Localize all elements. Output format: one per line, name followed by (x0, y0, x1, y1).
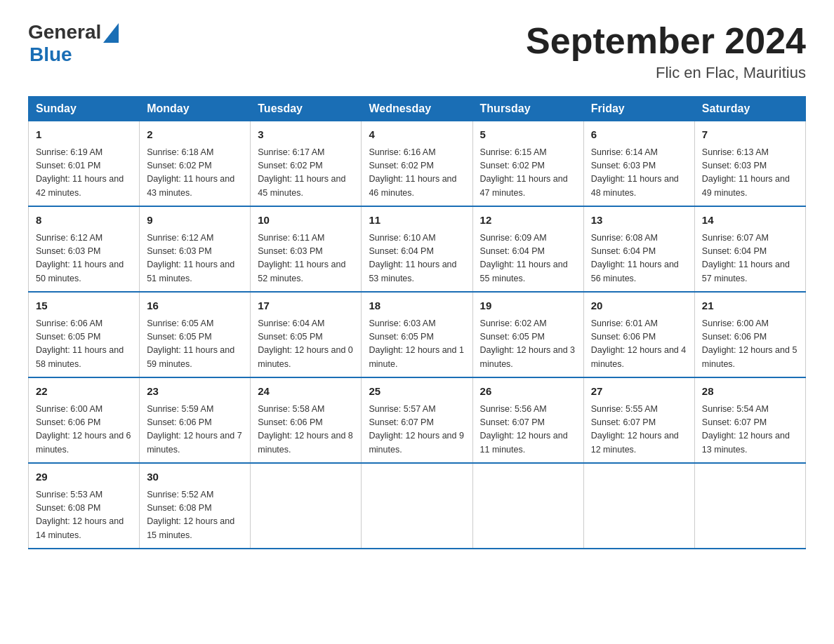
day-number: 22 (36, 384, 132, 400)
day-number: 8 (36, 213, 132, 229)
logo: General Blue (28, 21, 119, 66)
day-cell: 6Sunrise: 6:14 AMSunset: 6:03 PMDaylight… (583, 121, 694, 207)
day-info: Sunrise: 6:13 AMSunset: 6:03 PMDaylight:… (702, 146, 798, 201)
day-cell: 1Sunrise: 6:19 AMSunset: 6:01 PMDaylight… (29, 121, 140, 207)
header-cell-thursday: Thursday (472, 97, 583, 121)
month-title: September 2024 (526, 21, 806, 61)
day-info: Sunrise: 6:12 AMSunset: 6:03 PMDaylight:… (36, 232, 132, 286)
day-info: Sunrise: 6:15 AMSunset: 6:02 PMDaylight:… (480, 146, 576, 201)
day-cell: 11Sunrise: 6:10 AMSunset: 6:04 PMDayligh… (362, 206, 472, 292)
day-cell: 2Sunrise: 6:18 AMSunset: 6:02 PMDaylight… (140, 121, 251, 207)
day-number: 4 (369, 127, 465, 143)
day-number: 26 (480, 384, 576, 400)
day-info: Sunrise: 6:18 AMSunset: 6:02 PMDaylight:… (147, 146, 243, 201)
day-cell: 20Sunrise: 6:01 AMSunset: 6:06 PMDayligh… (583, 292, 694, 377)
day-number: 3 (258, 127, 354, 143)
day-info: Sunrise: 6:12 AMSunset: 6:03 PMDaylight:… (147, 232, 243, 286)
svg-marker-0 (103, 23, 119, 43)
day-info: Sunrise: 5:54 AMSunset: 6:07 PMDaylight:… (702, 403, 798, 457)
day-number: 6 (591, 127, 687, 143)
day-number: 17 (258, 298, 354, 314)
day-cell: 3Sunrise: 6:17 AMSunset: 6:02 PMDaylight… (251, 121, 362, 207)
week-row-2: 8Sunrise: 6:12 AMSunset: 6:03 PMDaylight… (29, 206, 806, 292)
header-cell-monday: Monday (140, 97, 251, 121)
day-number: 18 (369, 298, 465, 314)
day-cell: 21Sunrise: 6:00 AMSunset: 6:06 PMDayligh… (694, 292, 805, 377)
day-cell: 4Sunrise: 6:16 AMSunset: 6:02 PMDaylight… (362, 121, 472, 207)
day-cell: 13Sunrise: 6:08 AMSunset: 6:04 PMDayligh… (583, 206, 694, 292)
day-number: 19 (480, 298, 576, 314)
day-number: 24 (258, 384, 354, 400)
day-info: Sunrise: 6:19 AMSunset: 6:01 PMDaylight:… (36, 146, 132, 201)
day-cell (694, 463, 805, 549)
header-cell-wednesday: Wednesday (362, 97, 472, 121)
header-row: SundayMondayTuesdayWednesdayThursdayFrid… (29, 97, 806, 121)
calendar-table: SundayMondayTuesdayWednesdayThursdayFrid… (28, 96, 806, 549)
day-number: 27 (591, 384, 687, 400)
day-number: 10 (258, 213, 354, 229)
day-info: Sunrise: 6:10 AMSunset: 6:04 PMDaylight:… (369, 232, 465, 286)
day-cell (583, 463, 694, 549)
day-cell: 26Sunrise: 5:56 AMSunset: 6:07 PMDayligh… (472, 377, 583, 463)
calendar-header: SundayMondayTuesdayWednesdayThursdayFrid… (29, 97, 806, 121)
day-cell: 8Sunrise: 6:12 AMSunset: 6:03 PMDaylight… (29, 206, 140, 292)
day-number: 7 (702, 127, 798, 143)
day-info: Sunrise: 5:58 AMSunset: 6:06 PMDaylight:… (258, 403, 354, 457)
logo-triangle-icon (103, 23, 119, 43)
day-cell (251, 463, 362, 549)
day-cell: 23Sunrise: 5:59 AMSunset: 6:06 PMDayligh… (140, 377, 251, 463)
page-header: General Blue September 2024 Flic en Flac… (28, 21, 806, 82)
day-info: Sunrise: 6:00 AMSunset: 6:06 PMDaylight:… (36, 403, 132, 457)
day-info: Sunrise: 6:16 AMSunset: 6:02 PMDaylight:… (369, 146, 465, 201)
day-info: Sunrise: 6:00 AMSunset: 6:06 PMDaylight:… (702, 317, 798, 372)
day-cell: 27Sunrise: 5:55 AMSunset: 6:07 PMDayligh… (583, 377, 694, 463)
day-info: Sunrise: 6:09 AMSunset: 6:04 PMDaylight:… (480, 232, 576, 286)
logo-general-text: General (28, 21, 101, 43)
day-cell: 7Sunrise: 6:13 AMSunset: 6:03 PMDaylight… (694, 121, 805, 207)
day-cell: 14Sunrise: 6:07 AMSunset: 6:04 PMDayligh… (694, 206, 805, 292)
day-info: Sunrise: 5:56 AMSunset: 6:07 PMDaylight:… (480, 403, 576, 457)
day-info: Sunrise: 6:14 AMSunset: 6:03 PMDaylight:… (591, 146, 687, 201)
day-number: 25 (369, 384, 465, 400)
day-info: Sunrise: 6:02 AMSunset: 6:05 PMDaylight:… (480, 317, 576, 372)
week-row-3: 15Sunrise: 6:06 AMSunset: 6:05 PMDayligh… (29, 292, 806, 377)
day-info: Sunrise: 6:04 AMSunset: 6:05 PMDaylight:… (258, 317, 354, 372)
day-info: Sunrise: 5:57 AMSunset: 6:07 PMDaylight:… (369, 403, 465, 457)
day-cell: 25Sunrise: 5:57 AMSunset: 6:07 PMDayligh… (362, 377, 472, 463)
day-cell: 28Sunrise: 5:54 AMSunset: 6:07 PMDayligh… (694, 377, 805, 463)
week-row-4: 22Sunrise: 6:00 AMSunset: 6:06 PMDayligh… (29, 377, 806, 463)
day-info: Sunrise: 5:55 AMSunset: 6:07 PMDaylight:… (591, 403, 687, 457)
day-number: 2 (147, 127, 243, 143)
day-info: Sunrise: 5:52 AMSunset: 6:08 PMDaylight:… (147, 488, 243, 543)
day-cell: 19Sunrise: 6:02 AMSunset: 6:05 PMDayligh… (472, 292, 583, 377)
day-number: 14 (702, 213, 798, 229)
day-number: 9 (147, 213, 243, 229)
day-info: Sunrise: 5:59 AMSunset: 6:06 PMDaylight:… (147, 403, 243, 457)
location-title: Flic en Flac, Mauritius (526, 64, 806, 82)
day-number: 12 (480, 213, 576, 229)
title-area: September 2024 Flic en Flac, Mauritius (526, 21, 806, 82)
day-cell: 15Sunrise: 6:06 AMSunset: 6:05 PMDayligh… (29, 292, 140, 377)
day-cell: 22Sunrise: 6:00 AMSunset: 6:06 PMDayligh… (29, 377, 140, 463)
header-cell-tuesday: Tuesday (251, 97, 362, 121)
day-info: Sunrise: 6:17 AMSunset: 6:02 PMDaylight:… (258, 146, 354, 201)
day-cell: 10Sunrise: 6:11 AMSunset: 6:03 PMDayligh… (251, 206, 362, 292)
day-number: 21 (702, 298, 798, 314)
day-cell (472, 463, 583, 549)
day-cell: 17Sunrise: 6:04 AMSunset: 6:05 PMDayligh… (251, 292, 362, 377)
day-number: 30 (147, 469, 243, 485)
day-cell: 12Sunrise: 6:09 AMSunset: 6:04 PMDayligh… (472, 206, 583, 292)
day-cell: 16Sunrise: 6:05 AMSunset: 6:05 PMDayligh… (140, 292, 251, 377)
day-info: Sunrise: 6:01 AMSunset: 6:06 PMDaylight:… (591, 317, 687, 372)
week-row-5: 29Sunrise: 5:53 AMSunset: 6:08 PMDayligh… (29, 463, 806, 549)
day-info: Sunrise: 6:08 AMSunset: 6:04 PMDaylight:… (591, 232, 687, 286)
week-row-1: 1Sunrise: 6:19 AMSunset: 6:01 PMDaylight… (29, 121, 806, 207)
day-number: 11 (369, 213, 465, 229)
day-cell: 29Sunrise: 5:53 AMSunset: 6:08 PMDayligh… (29, 463, 140, 549)
day-info: Sunrise: 6:11 AMSunset: 6:03 PMDaylight:… (258, 232, 354, 286)
day-number: 1 (36, 127, 132, 143)
day-cell: 30Sunrise: 5:52 AMSunset: 6:08 PMDayligh… (140, 463, 251, 549)
day-info: Sunrise: 6:06 AMSunset: 6:05 PMDaylight:… (36, 317, 132, 372)
day-number: 16 (147, 298, 243, 314)
day-number: 15 (36, 298, 132, 314)
